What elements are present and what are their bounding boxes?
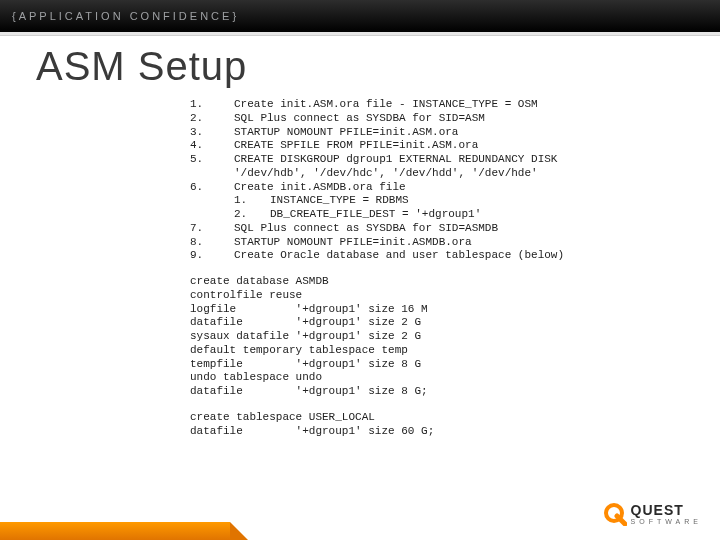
step-item: 4.CREATE SPFILE FROM PFILE=init.ASM.ora [190, 139, 700, 153]
step-item: 9.Create Oracle database and user tables… [190, 249, 700, 263]
step-text: SQL Plus connect as SYSDBA for SID=ASMDB [234, 222, 700, 236]
header-rule [0, 32, 720, 36]
slide: {APPLICATION CONFIDENCE} ASM Setup 1.Cre… [0, 0, 720, 540]
sql-block-2: create tablespace USER_LOCAL datafile '+… [190, 411, 700, 439]
step-number: 6. [190, 181, 234, 195]
step-number: 5. [190, 153, 234, 181]
header-tag: {APPLICATION CONFIDENCE} [12, 10, 239, 22]
step-text: STARTUP NOMOUNT PFILE=init.ASMDB.ora [234, 236, 700, 250]
step-number: 2. [190, 112, 234, 126]
step-number: 7. [190, 222, 234, 236]
step-text: Create init.ASMDB.ora file [234, 181, 700, 195]
step-number: 9. [190, 249, 234, 263]
step-text: CREATE SPFILE FROM PFILE=init.ASM.ora [234, 139, 700, 153]
step-number: 4. [190, 139, 234, 153]
step-number: 1. [190, 98, 234, 112]
sql-block-1: create database ASMDB controlfile reuse … [190, 275, 700, 399]
step-item: 7.SQL Plus connect as SYSDBA for SID=ASM… [190, 222, 700, 236]
step-item: 6.Create init.ASMDB.ora file [190, 181, 700, 195]
substep-number: 2. [234, 208, 270, 222]
step-text: CREATE DISKGROUP dgroup1 EXTERNAL REDUND… [234, 153, 700, 181]
step-text: SQL Plus connect as SYSDBA for SID=ASM [234, 112, 700, 126]
substep-number: 1. [234, 194, 270, 208]
step-number: 8. [190, 236, 234, 250]
brand-name-bottom: SOFTWARE [631, 518, 702, 525]
substep-item: 2.DB_CREATE_FILE_DEST = '+dgroup1' [190, 208, 700, 222]
footer-accent [0, 522, 230, 540]
step-item: 3.STARTUP NOMOUNT PFILE=init.ASM.ora [190, 126, 700, 140]
step-number: 3. [190, 126, 234, 140]
step-text: Create init.ASM.ora file - INSTANCE_TYPE… [234, 98, 700, 112]
step-item: 1.Create init.ASM.ora file - INSTANCE_TY… [190, 98, 700, 112]
step-item: 2.SQL Plus connect as SYSDBA for SID=ASM [190, 112, 700, 126]
substep-item: 1.INSTANCE_TYPE = RDBMS [190, 194, 700, 208]
step-item: 5.CREATE DISKGROUP dgroup1 EXTERNAL REDU… [190, 153, 700, 181]
step-text: STARTUP NOMOUNT PFILE=init.ASM.ora [234, 126, 700, 140]
page-title: ASM Setup [36, 44, 247, 89]
substep-text: DB_CREATE_FILE_DEST = '+dgroup1' [270, 208, 481, 222]
brand-text: QUEST SOFTWARE [631, 503, 702, 525]
brand-logo: QUEST SOFTWARE [603, 502, 702, 526]
substep-text: INSTANCE_TYPE = RDBMS [270, 194, 409, 208]
step-text: Create Oracle database and user tablespa… [234, 249, 700, 263]
step-item: 8.STARTUP NOMOUNT PFILE=init.ASMDB.ora [190, 236, 700, 250]
steps-list: 1.Create init.ASM.ora file - INSTANCE_TY… [190, 98, 700, 263]
content-area: 1.Create init.ASM.ora file - INSTANCE_TY… [190, 98, 700, 450]
header-bar: {APPLICATION CONFIDENCE} [0, 0, 720, 32]
quest-q-icon [603, 502, 627, 526]
brand-name-top: QUEST [631, 503, 702, 517]
